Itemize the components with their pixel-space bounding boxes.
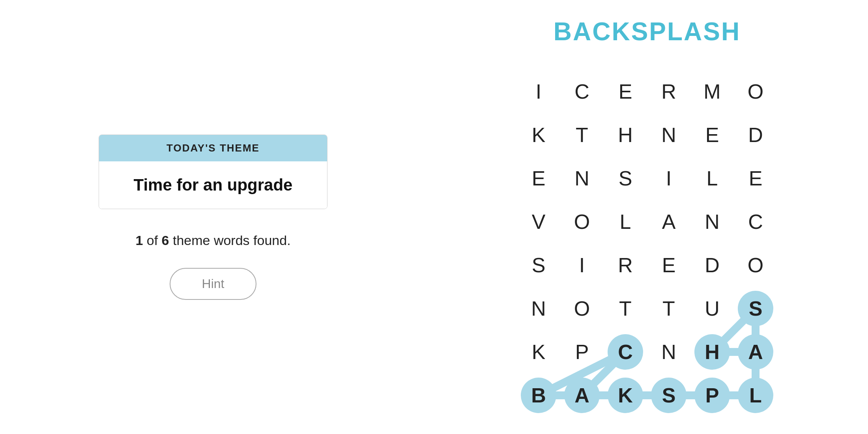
grid-cell[interactable]: M: [690, 70, 734, 113]
grid-cell[interactable]: I: [560, 243, 604, 287]
grid-cell[interactable]: E: [690, 113, 734, 157]
grid-cell[interactable]: K: [517, 330, 560, 374]
progress-suffix: theme words found.: [173, 233, 291, 248]
grid-cell[interactable]: C: [560, 70, 604, 113]
grid-cell[interactable]: H: [604, 113, 647, 157]
grid-cell[interactable]: C: [734, 200, 777, 243]
grid-cell[interactable]: N: [560, 157, 604, 200]
grid-cell[interactable]: S: [604, 157, 647, 200]
grid-container: ICERMOKTHNEDENSILEVOLANCSIREDONOTTUSKPCN…: [517, 70, 777, 417]
grid-cell[interactable]: D: [734, 113, 777, 157]
right-panel: BACKSPLASH ICERMOKTHNEDENSILEVOLANCSIRED…: [426, 1, 868, 433]
total-count: 6: [162, 233, 169, 248]
grid-cell[interactable]: O: [560, 287, 604, 330]
grid-cell[interactable]: H: [690, 330, 734, 374]
grid-cell[interactable]: E: [647, 243, 690, 287]
grid-cell[interactable]: O: [734, 243, 777, 287]
grid-cell[interactable]: E: [517, 157, 560, 200]
found-count: 1: [135, 233, 143, 248]
grid-cell[interactable]: L: [604, 200, 647, 243]
grid-cell[interactable]: S: [647, 374, 690, 417]
grid-cell[interactable]: I: [517, 70, 560, 113]
grid-cell[interactable]: T: [647, 287, 690, 330]
grid-cell[interactable]: N: [647, 113, 690, 157]
theme-card: TODAY'S THEME Time for an upgrade: [99, 135, 327, 209]
grid-cell[interactable]: P: [560, 330, 604, 374]
left-panel: TODAY'S THEME Time for an upgrade 1 of 6…: [0, 111, 426, 324]
grid-cell[interactable]: T: [560, 113, 604, 157]
grid-cell[interactable]: B: [517, 374, 560, 417]
grid-cell[interactable]: K: [604, 374, 647, 417]
grid-cell[interactable]: N: [647, 330, 690, 374]
grid-cell[interactable]: D: [690, 243, 734, 287]
hint-button[interactable]: Hint: [170, 268, 257, 300]
grid-cell[interactable]: L: [690, 157, 734, 200]
grid-cell[interactable]: V: [517, 200, 560, 243]
grid-cell[interactable]: R: [647, 70, 690, 113]
progress-text: 1 of 6 theme words found.: [135, 233, 290, 248]
grid-cell[interactable]: L: [734, 374, 777, 417]
theme-body: Time for an upgrade: [99, 161, 327, 209]
progress-of: of: [147, 233, 162, 248]
grid-cell[interactable]: P: [690, 374, 734, 417]
grid-cell[interactable]: K: [517, 113, 560, 157]
grid-cell[interactable]: R: [604, 243, 647, 287]
grid-cell[interactable]: A: [734, 330, 777, 374]
grid-cell[interactable]: N: [517, 287, 560, 330]
grid-cell[interactable]: S: [734, 287, 777, 330]
grid-cell[interactable]: U: [690, 287, 734, 330]
theme-header: TODAY'S THEME: [99, 135, 327, 161]
grid-cell[interactable]: S: [517, 243, 560, 287]
game-title: BACKSPLASH: [554, 17, 741, 46]
grid-cell[interactable]: C: [604, 330, 647, 374]
grid-cell[interactable]: A: [647, 200, 690, 243]
grid-cell[interactable]: A: [560, 374, 604, 417]
grid-cell[interactable]: O: [560, 200, 604, 243]
grid-cell[interactable]: N: [690, 200, 734, 243]
grid-cell[interactable]: O: [734, 70, 777, 113]
letter-grid: ICERMOKTHNEDENSILEVOLANCSIREDONOTTUSKPCN…: [517, 70, 777, 417]
grid-cell[interactable]: E: [734, 157, 777, 200]
grid-cell[interactable]: E: [604, 70, 647, 113]
main-container: TODAY'S THEME Time for an upgrade 1 of 6…: [0, 0, 868, 434]
grid-cell[interactable]: T: [604, 287, 647, 330]
grid-cell[interactable]: I: [647, 157, 690, 200]
